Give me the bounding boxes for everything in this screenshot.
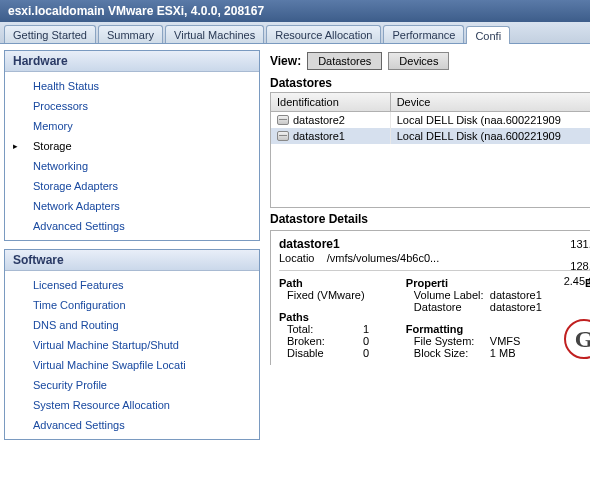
ext-l1: Lo [572,289,590,303]
vol-label-k: Volume Label: [414,289,484,301]
view-row: View: Datastores Devices [270,52,590,70]
table-row[interactable]: datastore2 Local DELL Disk (naa.60022190… [271,112,590,128]
sw-security-profile[interactable]: Security Profile [5,375,259,395]
location-label: Locatio [279,252,314,264]
sw-licensed-features[interactable]: Licensed Features [5,275,259,295]
sw-system-resource[interactable]: System Resource Allocation [5,395,259,415]
left-sidebar: Hardware Health Status Processors Memory… [0,44,262,448]
datastores-grid: Identification Device datastore2 Local D… [270,92,590,208]
size-total: 131.00 [564,237,590,251]
sw-advanced-settings[interactable]: Advanced Settings [5,415,259,435]
hw-advanced-settings[interactable]: Advanced Settings [5,216,259,236]
hw-processors[interactable]: Processors [5,96,259,116]
software-panel: Software Licensed Features Time Configur… [4,249,260,440]
paths-broken-v: 0 [363,335,369,347]
hardware-panel: Hardware Health Status Processors Memory… [4,50,260,241]
hw-health-status[interactable]: Health Status [5,76,259,96]
datastore-icon [277,131,289,141]
datastore-icon [277,115,289,125]
tab-summary[interactable]: Summary [98,25,163,43]
sw-vm-swapfile[interactable]: Virtual Machine Swapfile Locati [5,355,259,375]
software-header: Software [5,250,259,271]
formatting-title: Formatting [406,323,554,335]
tab-performance[interactable]: Performance [383,25,464,43]
cell-device: Local DELL Disk (naa.600221909 [391,112,590,128]
location-value: /vmfs/volumes/4b6c0... [327,252,440,264]
path-title: Path [279,277,388,289]
tab-virtual-machines[interactable]: Virtual Machines [165,25,264,43]
paths-broken-k: Broken: [287,335,357,347]
tab-resource-allocation[interactable]: Resource Allocation [266,25,381,43]
main-content: View: Datastores Devices Datastores Iden… [262,44,590,448]
paths-disable-k: Disable [287,347,357,359]
hw-storage[interactable]: Storage [5,136,259,156]
paths-total-k: Total: [287,323,357,335]
tab-getting-started[interactable]: Getting Started [4,25,96,43]
hw-network-adapters[interactable]: Network Adapters [5,196,259,216]
paths-disable-v: 0 [363,347,369,359]
col-identification[interactable]: Identification [271,93,391,112]
fs-v: VMFS [490,335,521,347]
cell-device: Local DELL Disk (naa.600221909 [391,128,590,144]
cell-id: datastore1 [293,130,345,142]
size-free: 2.45 GB [564,274,590,288]
datastores-title: Datastores [270,76,590,90]
paths-title: Paths [279,311,388,323]
cell-id: datastore2 [293,114,345,126]
sw-vm-startup[interactable]: Virtual Machine Startup/Shutd [5,335,259,355]
hw-networking[interactable]: Networking [5,156,259,176]
ds-k: Datastore [414,301,484,313]
view-devices-button[interactable]: Devices [388,52,449,70]
sw-time-configuration[interactable]: Time Configuration [5,295,259,315]
properties-title: Properti [406,277,554,289]
bs-k: Block Size: [414,347,484,359]
detail-datastore-name: datastore1 [279,237,590,251]
details-box: datastore1 Locatio /vmfs/volumes/4b6c0..… [270,230,590,365]
size-used: 128.55 [564,259,590,273]
view-datastores-button[interactable]: Datastores [307,52,382,70]
hw-memory[interactable]: Memory [5,116,259,136]
tab-strip: Getting Started Summary Virtual Machines… [0,22,590,44]
vol-label-v: datastore1 [490,289,542,301]
fs-k: File System: [414,335,484,347]
window-title: esxi.localdomain VMware ESXi, 4.0.0, 208… [0,0,590,22]
hardware-header: Hardware [5,51,259,72]
path-value: Fixed (VMware) [279,289,388,301]
tab-configuration[interactable]: Confi [466,26,510,44]
hw-storage-adapters[interactable]: Storage Adapters [5,176,259,196]
col-device[interactable]: Device [391,93,590,112]
sw-dns-routing[interactable]: DNS and Routing [5,315,259,335]
details-title: Datastore Details [270,212,590,226]
size-readout: 131.00 128.55 2.45 GB [564,237,590,288]
bs-v: 1 MB [490,347,516,359]
table-row[interactable]: datastore1 Local DELL Disk (naa.60022190… [271,128,590,144]
grid-header: Identification Device [271,93,590,112]
ds-v: datastore1 [490,301,542,313]
view-label: View: [270,54,301,68]
paths-total-v: 1 [363,323,369,335]
